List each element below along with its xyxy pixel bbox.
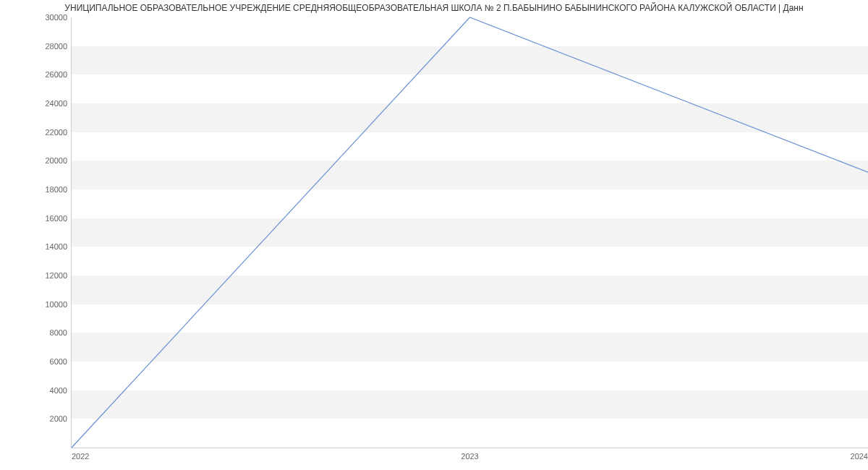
x-tick-label: 2023 — [461, 452, 478, 461]
y-tick-label: 14000 — [45, 242, 67, 251]
data-line — [72, 17, 868, 448]
y-tick-label: 22000 — [45, 128, 67, 137]
y-tick-label: 30000 — [45, 13, 67, 22]
y-tick-label: 10000 — [45, 300, 67, 309]
y-tick-label: 4000 — [50, 386, 67, 395]
y-tick-label: 2000 — [50, 414, 67, 423]
y-tick-label: 8000 — [50, 328, 67, 337]
y-tick-label: 28000 — [45, 42, 67, 51]
y-tick-label: 16000 — [45, 214, 67, 223]
y-tick-label: 26000 — [45, 70, 67, 79]
plot-region: 2000400060008000100001200014000160001800… — [71, 17, 868, 448]
y-tick-label: 18000 — [45, 185, 67, 194]
y-tick-label: 24000 — [45, 99, 67, 108]
y-tick-label: 12000 — [45, 271, 67, 280]
y-tick-label: 20000 — [45, 156, 67, 165]
y-tick-label: 6000 — [50, 357, 67, 366]
chart-title: УНИЦИПАЛЬНОЕ ОБРАЗОВАТЕЛЬНОЕ УЧРЕЖДЕНИЕ … — [0, 0, 868, 19]
x-tick-label: 2022 — [72, 452, 89, 461]
chart-area: 2000400060008000100001200014000160001800… — [36, 17, 868, 448]
x-tick-label: 2024 — [851, 452, 868, 461]
